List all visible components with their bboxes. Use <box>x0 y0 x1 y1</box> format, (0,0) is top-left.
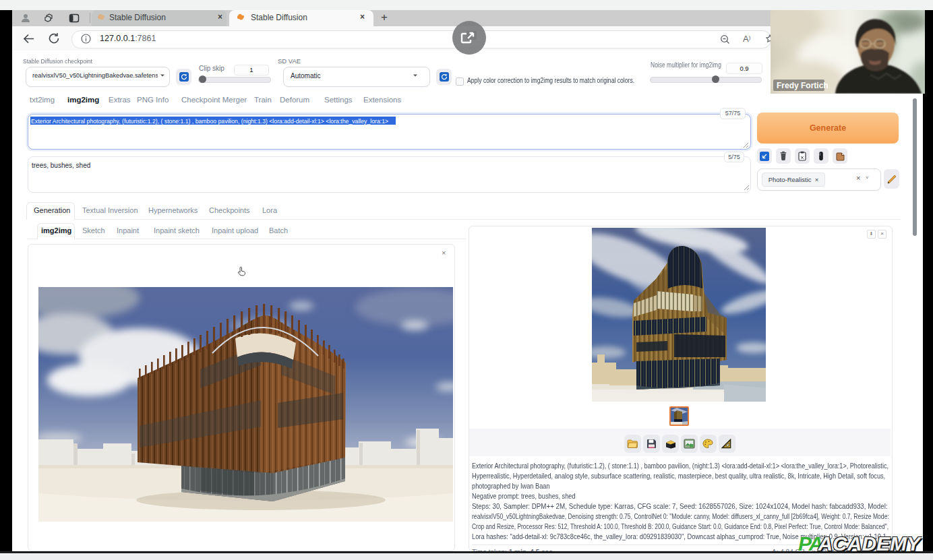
svg-text:Fredy Fortich: Fredy Fortich <box>777 81 829 90</box>
